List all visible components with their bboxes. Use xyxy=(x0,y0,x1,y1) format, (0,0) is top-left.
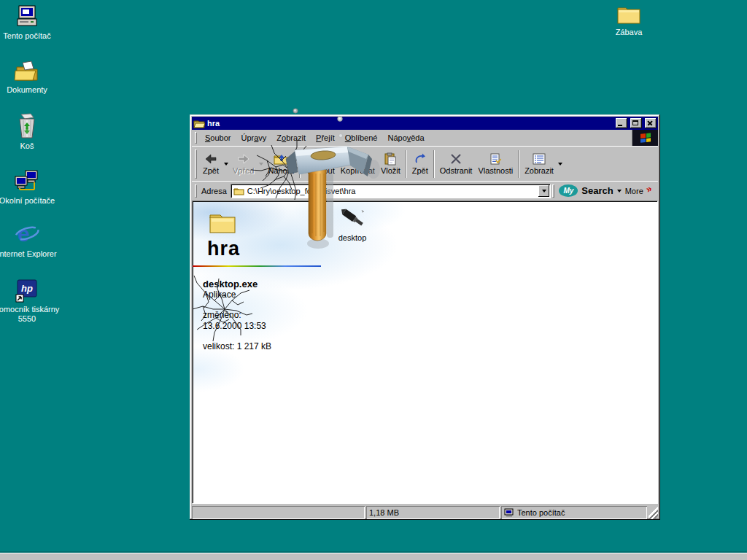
forward-dropdown[interactable] xyxy=(257,149,265,179)
up-button[interactable]: Nahoru xyxy=(265,149,297,179)
rainbow-divider xyxy=(193,265,321,267)
resize-grip[interactable] xyxy=(649,506,658,519)
menu-zobrazit[interactable]: Zobrazit xyxy=(271,132,311,144)
menubar-grip[interactable] xyxy=(195,132,197,143)
selected-file-name: desktop.exe xyxy=(203,279,271,289)
back-arrow-icon xyxy=(204,152,218,166)
maximize-icon xyxy=(632,120,638,125)
menu-oblibene[interactable]: Oblíbené xyxy=(340,132,383,144)
minimize-button[interactable] xyxy=(616,118,627,128)
mysearch-grip[interactable] xyxy=(552,184,554,198)
file-label: desktop xyxy=(338,233,367,242)
addressbar-grip[interactable] xyxy=(195,184,197,198)
desktop-icon-zabava-folder[interactable]: Zábava xyxy=(596,4,662,37)
paste-button[interactable]: Vložit xyxy=(378,149,403,179)
undo-arrow-icon xyxy=(413,152,427,166)
status-zone: Tento počítač xyxy=(501,506,647,519)
menu-upravy[interactable]: Úpravy xyxy=(236,132,271,144)
windows-flag-icon xyxy=(639,132,652,144)
mysearch-dropdown[interactable] xyxy=(617,190,622,192)
menu-prejit[interactable]: Přejít xyxy=(311,132,340,144)
cut-button[interactable]: Vyjmout xyxy=(303,149,337,179)
views-list-icon xyxy=(532,152,546,166)
webview-folder-title: hra xyxy=(207,238,240,260)
chevron-down-icon xyxy=(558,163,562,166)
delete-x-icon xyxy=(449,152,462,166)
menu-soubor[interactable]: Soubor xyxy=(200,132,236,144)
desktop-icon-label: Koš xyxy=(20,141,34,151)
scissors-icon xyxy=(314,152,327,166)
desktop-icon-label: Tento počítač xyxy=(3,31,50,41)
desktop-icon-label: Internet Explorer xyxy=(0,249,57,259)
svg-text:hp: hp xyxy=(21,283,33,294)
desktop-icon-network-neighborhood[interactable]: Okolní počítače xyxy=(0,169,60,206)
recycle-bin-icon xyxy=(15,113,39,139)
documents-folder-icon xyxy=(14,60,40,83)
up-folder-icon xyxy=(273,152,289,166)
copy-pages-icon xyxy=(350,152,365,166)
chevron-down-icon xyxy=(259,163,263,166)
modified-value: 13.6.2000 13:53 xyxy=(203,321,271,332)
undo-button[interactable]: Zpět xyxy=(409,149,431,179)
desktop-icon-documents[interactable]: Dokumenty xyxy=(0,60,60,95)
desktop-icon-label: Dokumenty xyxy=(7,85,47,95)
desktop-icon-recycle-bin[interactable]: Koš xyxy=(0,113,60,151)
views-dropdown[interactable] xyxy=(557,149,565,179)
close-button[interactable] xyxy=(645,118,657,128)
copy-button[interactable]: Kopírovat xyxy=(338,149,378,179)
properties-button[interactable]: Vlastnosti xyxy=(475,149,516,179)
status-panel-left xyxy=(192,506,365,519)
address-bar: Adresa C:\Hry\oesktop_fo ernisvet\hra My… xyxy=(192,181,658,200)
file-desktop[interactable]: desktop xyxy=(330,207,375,242)
svg-text:e: e xyxy=(18,222,30,246)
mysearch-chevrons-icon[interactable]: » xyxy=(644,182,654,195)
status-size: 1,18 MB xyxy=(366,506,500,519)
title-bar[interactable]: hra xyxy=(192,117,658,130)
hp-logo-icon: hp xyxy=(15,278,39,303)
back-dropdown[interactable] xyxy=(222,149,230,179)
desktop-icon-my-computer[interactable]: Tento počítač xyxy=(0,4,60,41)
desktop-root: { "desktop": { "icons_left": [ { "label"… xyxy=(0,0,747,560)
webview-folder-icon xyxy=(209,210,238,235)
window-title: hra xyxy=(207,119,613,128)
address-folder-icon xyxy=(233,187,244,195)
mysearch-toolbar: My Search More » xyxy=(557,184,657,197)
desktop-icon-hp-printer-helper[interactable]: hp pomocník tiskárny 5550 xyxy=(0,278,60,324)
menu-napoveda[interactable]: Nápověda xyxy=(382,132,429,144)
desktop-icon-label: pomocník tiskárny 5550 xyxy=(0,305,60,324)
taskbar[interactable] xyxy=(0,553,747,560)
mysearch-search-button[interactable]: Search xyxy=(581,185,613,196)
toolbar-grip[interactable] xyxy=(195,149,197,179)
status-bar: 1,18 MB Tento počítač xyxy=(192,505,658,519)
maximize-button[interactable] xyxy=(630,118,642,128)
properties-page-icon xyxy=(489,152,502,166)
desktop-icon-internet-explorer[interactable]: e Internet Explorer xyxy=(0,221,60,259)
modified-label: změněno: xyxy=(203,310,271,321)
back-button[interactable]: Zpět xyxy=(200,149,222,179)
desktop-icon-label: Zábava xyxy=(616,28,643,37)
explorer-window: hra Soubor Úpravy Zobrazit Přejít Oblíbe… xyxy=(190,114,660,520)
delete-button[interactable]: Odstranit xyxy=(437,149,476,179)
file-details-pane: desktop.exe Aplikace změněno: 13.6.2000 … xyxy=(203,279,271,352)
mysearch-more-button[interactable]: More xyxy=(625,187,643,195)
selected-file-type: Aplikace xyxy=(203,289,271,300)
file-size-line: velikost: 1 217 kB xyxy=(203,341,271,352)
toolbar-separator xyxy=(299,150,301,178)
forward-button[interactable]: Vpřed xyxy=(230,149,257,179)
status-zone-label: Tento počítač xyxy=(517,508,565,517)
folder-content-area[interactable]: hra desktop.exe Aplikace změněno: 13.6.2… xyxy=(192,201,658,504)
window-folder-icon xyxy=(193,118,205,128)
desktop-icon-label: Okolní počítače xyxy=(0,196,55,206)
address-dropdown-button[interactable] xyxy=(538,185,549,197)
windows-flag-throbber xyxy=(632,130,658,146)
internet-explorer-icon: e xyxy=(13,221,41,247)
toolbar-separator xyxy=(406,150,407,178)
chevron-down-icon xyxy=(542,190,546,192)
views-button[interactable]: Zobrazit xyxy=(522,149,557,179)
hammer-file-icon xyxy=(338,207,367,232)
clipboard-icon xyxy=(384,152,397,166)
address-input[interactable]: C:\Hry\oesktop_fo ernisvet\hra xyxy=(231,184,551,198)
toolbar: Zpět Vpřed Nahoru Vyjmout xyxy=(192,146,658,181)
mysearch-logo: My xyxy=(559,184,578,197)
toolbar-separator xyxy=(518,150,519,178)
